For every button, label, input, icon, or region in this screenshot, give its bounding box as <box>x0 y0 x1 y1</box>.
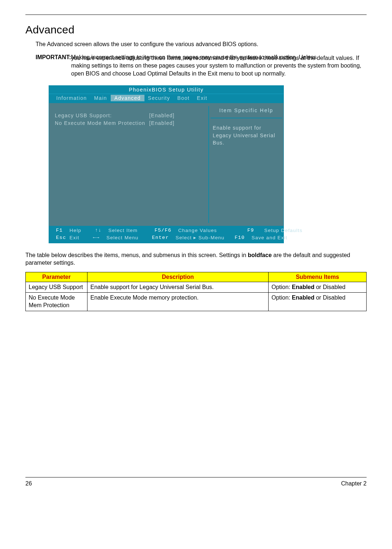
label-save-exit: Save and Exit <box>252 234 287 241</box>
important-note: IMPORTANT:Making incorrect settings to i… <box>25 53 367 77</box>
th-parameter: Parameter <box>26 272 87 282</box>
bios-tab-advanced[interactable]: Advanced <box>111 95 144 101</box>
bios-footer: F1 Help ↑↓ Select Item F5/F6 Change Valu… <box>49 226 283 243</box>
key-f9: F9 <box>217 227 264 234</box>
cell-param: Legacy USB Support <box>26 282 87 293</box>
th-submenu: Submenu Items <box>269 272 367 282</box>
label-change-values: Change Values <box>178 227 217 234</box>
bios-screenshot: PhoenixBIOS Setup Utility Information Ma… <box>49 85 284 243</box>
label-select-submenu: Select ▸ Sub-Menu <box>176 234 225 241</box>
key-esc: Esc <box>53 234 70 241</box>
th-description: Description <box>87 272 269 282</box>
bios-setting-row[interactable]: No Execute Mode Mem Protection [Enabled] <box>55 119 203 127</box>
important-label: IMPORTANT: <box>36 54 71 60</box>
bios-setting-value[interactable]: [Enabled] <box>149 112 175 119</box>
under-bios-text: The table below describes the items, men… <box>25 251 367 267</box>
label-exit: Exit <box>70 234 79 241</box>
bios-help-pane: Item Specific Help Enable support for Le… <box>209 102 283 226</box>
table-row: Legacy USB Support Enable support for Le… <box>26 282 367 293</box>
bios-tab-security[interactable]: Security <box>144 95 174 101</box>
bios-tab-information[interactable]: Information <box>53 95 90 101</box>
key-f10: F10 <box>225 234 252 241</box>
bios-tab-exit[interactable]: Exit <box>193 95 211 101</box>
bios-help-separator <box>211 118 282 118</box>
page-number: 26 <box>25 480 32 487</box>
cell-submenu: Option: Enabled or Disabled <box>269 282 367 293</box>
bios-help-text: Enable support for Legacy Universal Seri… <box>213 124 280 146</box>
bios-setting-value[interactable]: [Enabled] <box>149 119 175 127</box>
rule-bottom <box>25 477 367 477</box>
key-f5f6: F5/F6 <box>138 227 178 234</box>
label-help: Help <box>70 227 82 234</box>
bios-tab-row: Information Main Advanced Security Boot … <box>49 94 283 102</box>
cell-param: No Execute Mode Mem Protection <box>26 293 87 311</box>
cell-desc: Enable support for Legacy Universal Seri… <box>87 282 269 293</box>
rule-top <box>25 15 367 15</box>
parameter-table: Parameter Description Submenu Items Lega… <box>25 272 367 311</box>
chapter-label: Chapter 2 <box>341 480 367 487</box>
label-select-menu: Select Menu <box>106 234 138 241</box>
key-f1: F1 <box>53 227 70 234</box>
page-title: Advanced <box>25 24 367 36</box>
under-pre: The table below describes the items, men… <box>25 252 248 258</box>
bios-tab-main[interactable]: Main <box>90 95 111 101</box>
key-enter: Enter <box>139 234 176 241</box>
page-footer: 26 Chapter 2 <box>25 477 367 487</box>
important-body: you have experience adjusting these item… <box>36 54 367 78</box>
bios-setting-label: Legacy USB Support: <box>55 112 149 119</box>
bios-setting-label: No Execute Mode Mem Protection <box>55 119 149 127</box>
bios-help-title: Item Specific Help <box>213 106 280 118</box>
label-select-item: Select Item <box>109 227 138 234</box>
bios-settings-pane: Legacy USB Support: [Enabled] No Execute… <box>49 102 209 226</box>
arrows-updown-icon: ↑↓ <box>81 227 108 234</box>
bios-tab-boot[interactable]: Boot <box>174 95 193 101</box>
cell-submenu: Option: Enabled or Disabled <box>269 293 367 311</box>
cell-desc: Enable Execute Mode memory protection. <box>87 293 269 311</box>
table-row: No Execute Mode Mem Protection Enable Ex… <box>26 293 367 311</box>
intro-text: The Advanced screen allows the user to c… <box>25 41 367 48</box>
bios-setting-row[interactable]: Legacy USB Support: [Enabled] <box>55 112 203 119</box>
bios-title: PhoenixBIOS Setup Utility <box>49 86 283 94</box>
under-bold: boldface <box>248 252 272 258</box>
label-setup-defaults: Setup Defaults <box>264 227 302 234</box>
arrows-leftright-icon: ←→ <box>79 234 106 241</box>
